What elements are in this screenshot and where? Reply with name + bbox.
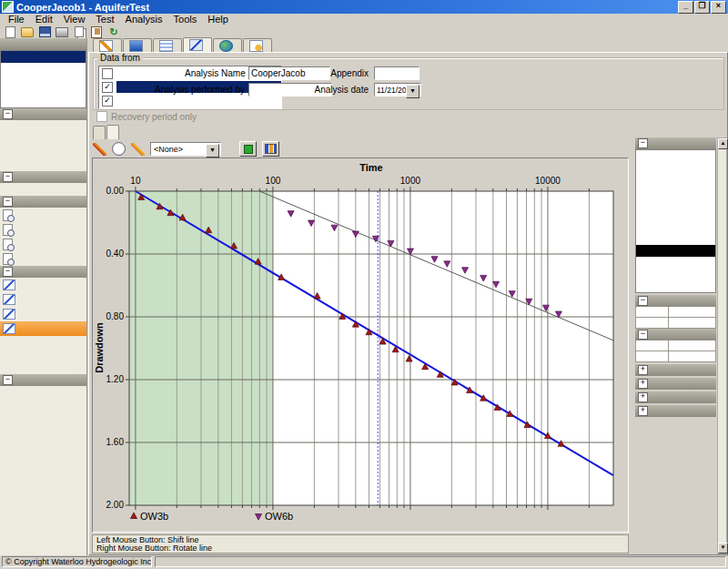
method-hantush[interactable] <box>636 174 715 186</box>
overlay-select[interactable]: <None> ▼ <box>150 142 221 156</box>
sidebar-item-theis-drawdown[interactable] <box>0 278 86 292</box>
pencil-icon[interactable] <box>131 143 145 156</box>
test-item-breyell-niederrhein[interactable] <box>1 51 86 63</box>
sidebar-item-pw1[interactable] <box>0 183 86 196</box>
sidebar-item-add-comments[interactable] <box>0 361 86 374</box>
menu-analysis[interactable]: Analysis <box>120 14 168 25</box>
sidebar-item-create-a-pumping-test[interactable] <box>0 399 86 412</box>
tab-analysis[interactable] <box>183 37 212 52</box>
appendix-input[interactable] <box>374 66 420 80</box>
tab-analysis-graph[interactable] <box>106 125 119 139</box>
sidebar-item-contact-technical-support[interactable] <box>0 424 86 437</box>
close-button[interactable]: × <box>711 1 726 14</box>
refresh-button[interactable]: ↻ <box>106 26 121 38</box>
menu-test[interactable]: Test <box>90 14 119 25</box>
sidebar-item-ow6b[interactable] <box>0 158 86 171</box>
collapse-icon[interactable]: − <box>3 172 13 182</box>
panel-drawdown-axis[interactable]: + <box>635 378 716 390</box>
menu-file[interactable]: File <box>3 14 30 25</box>
analysis-method-header[interactable]: − <box>635 137 716 149</box>
restore-button[interactable]: ❐ <box>694 1 710 14</box>
expand-icon[interactable]: + <box>638 406 648 416</box>
expand-icon[interactable]: + <box>638 365 648 375</box>
results-header-0[interactable]: − <box>635 295 716 307</box>
panel-diagram[interactable]: + <box>635 391 716 403</box>
chart-settings-button[interactable] <box>262 141 279 157</box>
sidebar-item-import-wells-from-file[interactable] <box>0 386 86 399</box>
collapse-icon[interactable]: − <box>638 330 648 340</box>
sidebar-item-cooper-jacob[interactable] <box>0 321 86 336</box>
section-header-discharge-rates[interactable]: − <box>0 171 86 183</box>
method-theis[interactable] <box>636 162 715 174</box>
collapse-icon[interactable]: − <box>638 296 648 306</box>
panel-display[interactable]: + <box>635 405 716 417</box>
sidebar-item-ow6b[interactable] <box>0 251 86 266</box>
time-clock-icon[interactable] <box>112 142 126 156</box>
menu-view[interactable]: View <box>58 14 91 25</box>
sidebar-item-ow3b[interactable] <box>0 237 86 251</box>
analysis-graph[interactable]: 101001000100000.000.400.801.201.602.00Ti… <box>92 157 629 533</box>
menu-tools[interactable]: Tools <box>168 14 203 25</box>
new-button[interactable] <box>3 26 17 38</box>
method-cooper-jacob-i[interactable] <box>636 245 715 257</box>
menu-edit[interactable]: Edit <box>30 14 58 25</box>
checkbox-ow6b[interactable]: ✓ <box>102 96 113 107</box>
recovery-checkbox[interactable] <box>96 111 107 122</box>
analysis-date-combo[interactable]: 11/21/2006 ▼ <box>374 83 421 97</box>
expand-icon[interactable]: + <box>638 392 648 402</box>
method-double-porosity[interactable] <box>636 221 715 233</box>
sidebar-item-ow11b[interactable] <box>0 133 86 146</box>
section-header-analyses[interactable]: − <box>0 266 86 278</box>
sidebar-item-define-analysis-time-range[interactable] <box>0 349 86 361</box>
section-header-water-level-measurement[interactable]: − <box>0 196 86 208</box>
section-header-wells[interactable]: − <box>0 108 86 120</box>
sidebar-item-create-a-slug-test[interactable] <box>0 412 86 424</box>
panel-time-axis[interactable]: + <box>635 364 716 376</box>
method-theis-jacob[interactable] <box>636 280 715 292</box>
open-button[interactable] <box>20 26 35 38</box>
tests-listbox[interactable] <box>0 50 86 108</box>
tests-header[interactable] <box>0 38 86 50</box>
minimize-button[interactable]: _ <box>678 1 693 14</box>
method-papadopulos-cooper[interactable] <box>636 209 715 221</box>
right-panel-scrollbar[interactable]: ▲ ▼ <box>717 137 727 554</box>
tab-discharge[interactable] <box>123 38 152 52</box>
collapse-icon[interactable]: − <box>3 109 13 119</box>
sidebar-item-pw1[interactable] <box>0 120 86 133</box>
checkbox-ow11b[interactable] <box>102 68 113 79</box>
tab-pumping-test[interactable] <box>93 38 122 52</box>
chevron-down-icon[interactable]: ▼ <box>206 144 219 157</box>
method-neuman[interactable] <box>636 198 715 209</box>
grid-toggle-button[interactable] <box>239 141 257 157</box>
scroll-up-icon[interactable]: ▲ <box>718 138 728 149</box>
edit-line-icon[interactable] <box>93 143 106 156</box>
collapse-icon[interactable]: − <box>3 267 13 277</box>
sidebar-item-theis-dimensionless[interactable] <box>0 292 86 307</box>
method-theis-with-jacob-correction[interactable] <box>636 186 715 198</box>
expand-icon[interactable]: + <box>638 379 648 389</box>
results-header-1[interactable]: − <box>635 329 716 340</box>
tab-site-plan[interactable] <box>213 38 242 52</box>
paste-button[interactable] <box>89 26 104 38</box>
collapse-icon[interactable]: − <box>3 197 13 207</box>
collapse-icon[interactable]: − <box>638 138 648 148</box>
menu-help[interactable]: Help <box>202 14 234 25</box>
method-cooper-jacob-iii[interactable] <box>636 269 715 280</box>
checkbox-ow3b[interactable]: ✓ <box>102 82 113 93</box>
method-time-drawdown[interactable] <box>636 150 715 162</box>
save-button[interactable] <box>37 26 52 38</box>
tab-diagnostic-graph[interactable] <box>93 126 106 139</box>
tab-reports[interactable] <box>243 38 272 52</box>
method-cooper-jacob-ii[interactable] <box>636 257 715 269</box>
tab-water-levels[interactable] <box>153 38 182 52</box>
scroll-down-icon[interactable]: ▼ <box>718 543 728 554</box>
sidebar-item-recovery-ow11b[interactable] <box>0 307 86 321</box>
chevron-down-icon[interactable]: ▼ <box>406 85 420 98</box>
collapse-icon[interactable]: − <box>3 375 13 385</box>
print-button[interactable] <box>55 26 69 38</box>
sidebar-item-pw1[interactable] <box>0 208 86 222</box>
sidebar-item-ow11b[interactable] <box>0 222 86 237</box>
section-header-additional-tasks[interactable]: − <box>0 374 86 386</box>
method-boulton[interactable] <box>636 233 715 245</box>
sidebar-item-create-a-new-analysis[interactable] <box>0 336 86 349</box>
